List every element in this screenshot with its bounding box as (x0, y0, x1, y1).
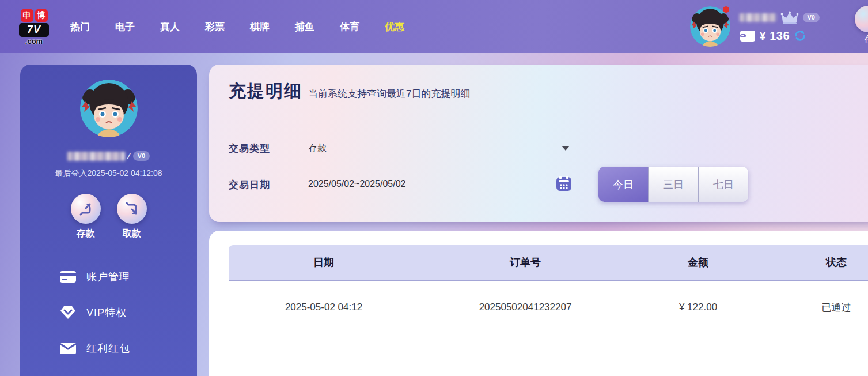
logo-badge-2: 博 (35, 9, 48, 22)
transaction-type-value[interactable]: 存款 (308, 142, 327, 155)
sidebar-menu: 账户管理 VIP特权 红利红包 (20, 265, 197, 360)
calendar-icon[interactable] (556, 175, 572, 191)
balance-amount: ¥ 136 (760, 29, 790, 43)
sidebar-item-label: 账户管理 (86, 270, 130, 284)
quick-deposit-label: 存 (864, 34, 868, 44)
avatar-icon (690, 6, 730, 47)
profile-avatar[interactable] (80, 80, 138, 137)
quick-deposit-icon (855, 6, 868, 32)
quick-deposit-fab[interactable]: 存 (852, 6, 868, 44)
user-avatar[interactable] (690, 6, 730, 47)
type-underline (308, 168, 573, 168)
nav-item-lottery[interactable]: 彩票 (205, 20, 225, 33)
vip-level-badge: V0 (803, 13, 820, 22)
nav-item-promos[interactable]: 优惠 (385, 20, 404, 33)
nav-item-slots[interactable]: 电子 (115, 20, 135, 33)
page-subtitle: 当前系统支持查询最近7日的充提明细 (308, 87, 470, 100)
transaction-date-label: 交易日期 (229, 178, 270, 191)
cell-status: 已通过 (764, 282, 868, 333)
chevron-down-icon[interactable] (562, 146, 570, 151)
column-header-date: 日期 (229, 245, 419, 280)
user-info: V0 ¥ 136 (740, 11, 820, 43)
profile-name-row: / V0 (67, 151, 150, 161)
deposit-arrow-icon (71, 194, 101, 224)
balance-row: ¥ 136 (740, 29, 820, 43)
page-title: 充提明细 (229, 80, 302, 103)
withdraw-label: 取款 (123, 228, 141, 240)
nav-item-hot[interactable]: 热门 (70, 20, 90, 33)
table-row: 2025-05-02 04:12 20250502041232207 ¥ 122… (229, 282, 868, 333)
column-header-amount: 金额 (632, 245, 764, 280)
date-underline (308, 204, 573, 204)
withdraw-arrow-icon (117, 194, 147, 224)
logo-main: 7V (19, 23, 49, 37)
table-header: 日期 订单号 金额 状态 (229, 245, 868, 281)
logo-badges: 申 博 (21, 9, 48, 22)
vip-level-badge: V0 (133, 151, 150, 161)
red-envelope-icon (59, 341, 77, 355)
tab-three-days[interactable]: 三日 (648, 167, 698, 202)
deposit-label: 存款 (77, 228, 95, 240)
site-logo[interactable]: 申 博 7V .com (17, 9, 51, 44)
quick-actions: 存款 取款 (71, 194, 147, 240)
transaction-date-value[interactable]: 2025/05/02~2025/05/02 (308, 179, 406, 189)
user-cluster: V0 ¥ 136 (690, 6, 820, 47)
column-header-order: 订单号 (419, 245, 632, 280)
sidebar-item-label: 红利红包 (86, 341, 130, 355)
main-nav: 热门 电子 真人 彩票 棋牌 捕鱼 体育 优惠 (70, 20, 404, 33)
top-header: 申 博 7V .com 热门 电子 真人 彩票 棋牌 捕鱼 体育 优惠 (0, 0, 868, 53)
tab-seven-days[interactable]: 七日 (698, 167, 748, 202)
sidebar: / V0 最后登入2025-05-02 04:12:08 存款 (20, 65, 197, 376)
blurred-username (740, 13, 776, 22)
gem-icon (59, 305, 77, 320)
withdraw-button[interactable]: 取款 (117, 194, 147, 240)
transaction-type-label: 交易类型 (229, 142, 270, 155)
wallet-icon (740, 29, 756, 42)
cell-order-number: 20250502041232207 (419, 282, 632, 333)
bank-card-icon (59, 270, 77, 284)
tab-today[interactable]: 今日 (598, 167, 648, 202)
cell-date: 2025-05-02 04:12 (229, 282, 419, 333)
blurred-username (67, 152, 125, 161)
nav-item-fishing[interactable]: 捕鱼 (295, 20, 314, 33)
deposit-button[interactable]: 存款 (71, 194, 101, 240)
column-header-status: 状态 (764, 245, 868, 280)
last-login-text: 最后登入2025-05-02 04:12:08 (55, 168, 162, 179)
page-title-row: 充提明细 当前系统支持查询最近7日的充提明细 (229, 80, 470, 103)
username-row: V0 (740, 11, 820, 25)
sidebar-item-vip[interactable]: VIP特权 (20, 300, 197, 325)
nav-item-live[interactable]: 真人 (160, 20, 180, 33)
nav-item-sports[interactable]: 体育 (340, 20, 359, 33)
refresh-icon[interactable] (794, 29, 806, 42)
logo-suffix: .com (25, 38, 43, 44)
sidebar-item-account[interactable]: 账户管理 (20, 265, 197, 288)
logo-badge-1: 申 (21, 9, 33, 22)
cell-amount: ¥ 122.00 (632, 282, 764, 333)
sidebar-item-label: VIP特权 (86, 306, 127, 319)
records-table-card: 日期 订单号 金额 状态 2025-05-02 04:12 2025050204… (209, 231, 868, 376)
range-tabs: 今日 三日 七日 (598, 167, 748, 202)
sidebar-item-bonus[interactable]: 红利红包 (20, 337, 197, 360)
vip-slash: / (127, 152, 131, 160)
nav-item-board[interactable]: 棋牌 (250, 20, 270, 33)
crown-icon (780, 11, 799, 25)
notification-dot (723, 6, 729, 13)
filter-card: 充提明细 当前系统支持查询最近7日的充提明细 交易类型 存款 交易日期 2025… (209, 65, 868, 222)
